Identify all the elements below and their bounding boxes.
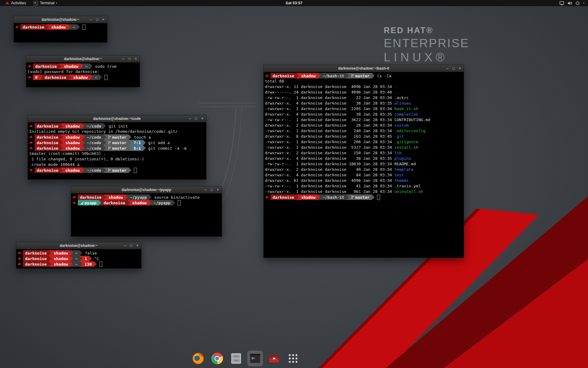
prompt-segment-text: master <box>112 135 126 140</box>
ls-output-line: -rw-rw-r--. 1 darknoise darknoise 18630 … <box>265 161 462 167</box>
powerline-arrow-icon <box>90 63 92 69</box>
minimize-button[interactable]: – <box>205 186 207 193</box>
titlebar[interactable]: darknoise@shadow:~ – □ × <box>16 242 141 249</box>
close-button[interactable]: × <box>217 186 219 193</box>
prompt-segment: shadow <box>63 123 82 129</box>
terminal-window-home-2[interactable]: darknoise@shadow:~ – □ × darknoiseshadow… <box>16 242 141 269</box>
ls-filename: .. <box>394 90 399 94</box>
terminal-body[interactable]: darknoiseshadow~sudo true[sudo] password… <box>26 63 140 87</box>
power-icon[interactable] <box>575 1 580 5</box>
system-menu-chevron-icon[interactable]: ▾ <box>583 2 584 4</box>
prompt-segment-text: ~/code <box>87 135 101 140</box>
minimize-button[interactable]: – <box>90 16 92 23</box>
close-button[interactable]: × <box>459 65 461 72</box>
prompt-segment-text: shadow <box>65 140 80 145</box>
titlebar[interactable]: darknoise@shadow:~/code – □ × <box>28 115 206 122</box>
powerline-arrow-icon <box>172 200 175 205</box>
prompt-segment: ~/bash-it <box>320 73 346 79</box>
ls-filename: README.md <box>394 162 416 166</box>
ls-output-line: drwxrwxr-x. 2 darknoise darknoise 26 Jan… <box>265 123 462 128</box>
prompt-segment-text: ~/code <box>87 146 101 151</box>
powerline-arrow-icon <box>318 194 320 200</box>
terminal-body[interactable]: darknoiseshadow~falsedarknoiseshadow~1^C… <box>16 249 141 268</box>
titlebar[interactable]: darknoise@shadow:~/pyapp – □ × <box>71 186 222 194</box>
minimize-button[interactable]: – <box>124 242 126 249</box>
activities-button[interactable]: Activities <box>2 0 29 6</box>
terminal-body[interactable]: darknoiseshadow~/pyappsource bin/activat… <box>71 194 222 236</box>
prompt-segment-text: darknoise <box>37 140 58 145</box>
redhat-prompt-icon <box>265 74 269 78</box>
minimize-button[interactable]: – <box>123 56 125 62</box>
close-button[interactable]: × <box>135 56 137 62</box>
terminal-window-code[interactable]: darknoise@shadow:~/code – □ × darknoises… <box>28 115 206 180</box>
ls-filename: .travis.yml <box>394 184 421 188</box>
titlebar[interactable]: darknoise@shadow:~/bash-it – □ × <box>264 65 464 72</box>
prompt-segment-text: ~ <box>75 256 77 261</box>
terminal-window-pyapp[interactable]: darknoise@shadow:~/pyapp – □ × darknoise… <box>71 186 222 237</box>
clock[interactable]: Sat 03:57 <box>0 1 588 5</box>
prompt-segment: darknoise <box>33 63 59 69</box>
prompt-segment: darknoise <box>270 73 296 79</box>
maximize-button[interactable]: □ <box>211 186 213 193</box>
dock-item-terminal[interactable]: $> <box>247 351 263 366</box>
prompt-segment: ~/pyapp <box>152 200 173 205</box>
dock-item-show-apps[interactable] <box>285 351 301 366</box>
app-menu-label: Terminal <box>40 1 54 5</box>
terminal-body[interactable]: darknoiseshadow~/codegit initInitialized… <box>28 122 206 179</box>
prompt-segment: ~/code <box>85 167 103 173</box>
powerline-arrow-icon <box>59 63 62 69</box>
redhat-prompt-icon <box>29 125 33 128</box>
maximize-button[interactable]: □ <box>453 65 455 72</box>
prompt-segment-text: master <box>112 146 126 151</box>
show-apps-icon <box>288 353 298 364</box>
ls-filename: test <box>394 173 404 177</box>
ls-filename: bash_it.sh <box>394 106 418 111</box>
command-text: git add a <box>148 140 170 145</box>
terminal-window-home-1[interactable]: darknoise@shadow:~ – □ × darknoiseshadow… <box>13 16 107 43</box>
prompt-segment-text: shadow <box>65 135 80 140</box>
dock-item-toolbox[interactable] <box>266 351 282 366</box>
window-title: darknoise@shadow:~ <box>60 243 98 248</box>
powerline-arrow-icon <box>49 250 51 256</box>
maximize-button[interactable]: □ <box>130 242 132 249</box>
titlebar[interactable]: darknoise@shadow:~ – □ × <box>14 16 107 23</box>
close-button[interactable]: × <box>136 242 138 249</box>
rhel-logo-line1: RED HAT® <box>384 26 469 35</box>
prompt-segment: darknoise <box>35 145 60 151</box>
display-icon[interactable] <box>560 1 564 5</box>
dock-item-chrome[interactable] <box>209 351 225 366</box>
ls-filename: uninstall.sh <box>394 189 423 194</box>
close-button[interactable]: × <box>102 16 104 23</box>
terminal-window-sudo[interactable]: darknoise@shadow:~ – □ × darknoiseshadow… <box>26 55 140 87</box>
dock-item-files[interactable] <box>228 351 244 366</box>
prompt-segment: shadow <box>299 194 318 200</box>
minimize-button[interactable]: – <box>189 115 191 122</box>
terminal-body[interactable]: darknoiseshadow~ <box>14 23 107 42</box>
close-button[interactable]: × <box>201 115 203 122</box>
terminal-cursor <box>99 262 102 267</box>
prompt-segment: ~ <box>73 256 80 261</box>
powerline-arrow-icon <box>82 145 85 151</box>
maximize-button[interactable]: □ <box>195 115 197 122</box>
ls-fields: -rw-rw-r--. 1 darknoise darknoise 22 Jan… <box>265 95 394 100</box>
prompt-segment: darknoise <box>35 123 60 129</box>
volume-icon[interactable] <box>567 1 572 5</box>
prompt-line: darknoiseshadow~/codemastertouch a <box>29 134 205 140</box>
app-menu-terminal[interactable]: >_ Terminal ▾ <box>31 0 60 6</box>
prompt-segment-text: ~ <box>95 75 97 80</box>
powerline-arrow-icon <box>129 167 131 173</box>
terminal-body[interactable]: darknoiseshadow~/bash-itmasterls -latota… <box>264 72 464 258</box>
terminal-window-bash-it[interactable]: darknoise@shadow:~/bash-it – □ × darknoi… <box>263 65 464 258</box>
titlebar[interactable]: darknoise@shadow:~ – □ × <box>26 56 140 63</box>
powerline-arrow-icon <box>40 75 43 80</box>
prompt-segment: shadow <box>63 134 82 140</box>
powerline-arrow-icon <box>70 250 73 256</box>
maximize-button[interactable]: □ <box>129 56 131 62</box>
output-line: total 68 <box>265 79 462 84</box>
maximize-button[interactable]: □ <box>96 16 98 23</box>
git-branch-icon <box>108 168 111 172</box>
window-title: darknoise@shadow:~/pyapp <box>122 188 172 192</box>
minimize-button[interactable]: – <box>447 65 449 72</box>
dock-item-firefox[interactable] <box>190 351 206 366</box>
powerline-arrow-icon <box>60 145 63 151</box>
